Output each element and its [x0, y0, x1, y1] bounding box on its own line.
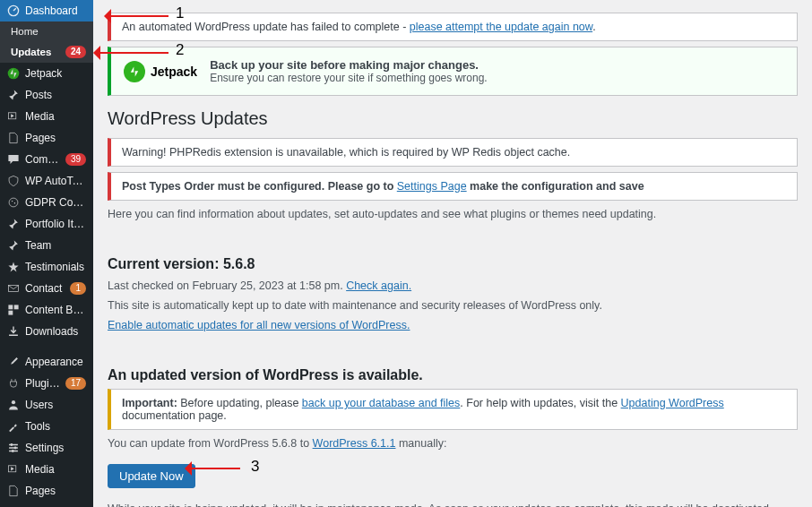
sidebar-item-team[interactable]: Team — [0, 235, 93, 256]
annotation-3: 3 — [251, 458, 259, 476]
sidebar-item-label: Tools — [25, 420, 86, 433]
jetpack-icon — [7, 67, 20, 80]
sidebar-item-label: Comments — [25, 153, 60, 166]
updating-wp-link[interactable]: Updating WordPress — [621, 397, 724, 409]
wrench-icon — [7, 420, 20, 433]
svg-point-12 — [14, 447, 17, 450]
svg-rect-9 — [8, 311, 13, 315]
sidebar-item-label: Downloads — [25, 325, 86, 338]
sidebar-item-content-blocks[interactable]: Content Blocks — [0, 299, 93, 321]
svg-point-10 — [12, 400, 15, 404]
brush-icon — [7, 356, 20, 368]
download-icon — [7, 325, 20, 338]
sidebar-item-plugins[interactable]: Plugins17 — [0, 373, 93, 394]
mail-icon — [7, 282, 20, 295]
maintenance-text: While your site is being updated, it wil… — [108, 503, 798, 507]
sidebar-item-label: Media — [25, 110, 86, 123]
svg-point-3 — [9, 198, 18, 207]
sidebar-item-tools[interactable]: Tools — [0, 416, 93, 437]
svg-point-1 — [8, 68, 20, 80]
plug-icon — [7, 377, 20, 390]
pin-icon — [7, 218, 20, 230]
updates-badge: 24 — [65, 46, 86, 58]
notice-update-failed: An automated WordPress update has failed… — [108, 13, 798, 41]
sidebar-item-label: Portfolio Items — [25, 218, 86, 230]
svg-rect-8 — [14, 305, 19, 309]
jetpack-brand: Jetpack — [151, 64, 197, 79]
sidebar-item-label: Testimonials — [25, 261, 86, 273]
count-badge: 17 — [65, 377, 86, 390]
update-again-link[interactable]: please attempt the update again now — [410, 21, 592, 33]
sidebar-item-label: Appearance — [25, 356, 86, 368]
sidebar-item-pages[interactable]: Pages — [0, 480, 93, 502]
media-icon — [7, 110, 20, 123]
sidebar-item-gdpr-cookie-consent[interactable]: GDPR Cookie Consent — [0, 192, 93, 213]
last-checked-text: Last checked on February 25, 2023 at 1:5… — [108, 279, 798, 292]
jetpack-subtitle: Ensure you can restore your site if some… — [210, 72, 488, 84]
sidebar-item-jetpack[interactable]: Jetpack — [0, 63, 93, 84]
sidebar-item-media[interactable]: Media — [0, 106, 93, 127]
dashboard-icon — [7, 4, 20, 17]
sidebar-item-contact[interactable]: Contact1 — [0, 278, 93, 299]
sidebar-subitem-updates[interactable]: Updates 24 — [0, 41, 93, 63]
svg-point-11 — [11, 443, 13, 446]
sidebar-item-label: Media — [25, 463, 86, 476]
sidebar-item-media[interactable]: Media — [0, 459, 93, 480]
jetpack-title: Back up your site before making major ch… — [210, 58, 488, 72]
intro-text: Here you can find information about upda… — [108, 208, 798, 220]
sidebar-item-users[interactable]: Users — [0, 394, 93, 416]
wp-version-link[interactable]: WordPress 6.1.1 — [313, 437, 396, 450]
notice-phpredis: Warning! PHPRedis extension is unavailab… — [108, 138, 798, 167]
sidebar-item-label: GDPR Cookie Consent — [25, 196, 86, 209]
pin-icon — [7, 89, 20, 101]
sidebar-item-dashboard[interactable]: Dashboard — [0, 0, 93, 21]
sidebar-item-label: WP AutoTerms — [25, 175, 86, 187]
cookie-icon — [7, 196, 20, 209]
sidebar-item-label: Content Blocks — [25, 304, 86, 316]
update-available-heading: An updated version of WordPress is avail… — [108, 367, 798, 383]
comment-icon — [7, 153, 20, 166]
svg-rect-7 — [8, 305, 13, 309]
sidebar-item-appearance[interactable]: Appearance — [0, 351, 93, 373]
sidebar-subitem-home[interactable]: Home — [0, 21, 93, 41]
media-icon — [7, 463, 20, 476]
shield-icon — [7, 175, 20, 187]
sidebar-item-pages[interactable]: Pages — [0, 127, 93, 149]
sidebar-item-wp-autoterms[interactable]: WP AutoTerms — [0, 170, 93, 192]
sidebar-item-label: Pages — [25, 132, 86, 144]
sidebar-item-label: Pages — [25, 485, 86, 497]
notice-post-types-order: Post Types Order must be configured. Ple… — [108, 172, 798, 201]
admin-sidebar: Dashboard Home Updates 24 JetpackPostsMe… — [0, 0, 93, 507]
page-icon — [7, 485, 20, 497]
sidebar-item-label: Contact — [25, 282, 65, 295]
svg-point-5 — [14, 202, 15, 203]
sidebar-item-label: Posts — [25, 89, 86, 101]
sidebar-item-downloads[interactable]: Downloads — [0, 321, 93, 342]
sliders-icon — [7, 442, 20, 454]
check-again-link[interactable]: Check again. — [346, 279, 411, 292]
sidebar-item-settings[interactable]: Settings — [0, 437, 93, 459]
page-title: WordPress Updates — [108, 108, 798, 129]
backup-link[interactable]: back up your database and files — [302, 397, 461, 409]
sidebar-item-posts[interactable]: Posts — [0, 84, 93, 106]
update-from-text: You can update from WordPress 5.6.8 to W… — [108, 437, 798, 450]
count-badge: 1 — [70, 282, 86, 295]
sidebar-item-label: Team — [25, 239, 86, 252]
update-now-button[interactable]: Update Now — [108, 464, 195, 488]
notice-important: Important: Before updating, please back … — [108, 389, 798, 430]
sidebar-item-portfolio-items[interactable]: Portfolio Items — [0, 213, 93, 235]
page-icon — [7, 132, 20, 144]
sidebar-item-testimonials[interactable]: Testimonials — [0, 256, 93, 278]
sidebar-item-label: Settings — [25, 442, 86, 454]
auto-update-text: This site is automatically kept up to da… — [108, 299, 798, 312]
star-icon — [7, 261, 20, 273]
main-content: 1 2 An automated WordPress update has fa… — [93, 0, 812, 507]
sidebar-item-label: Users — [25, 399, 86, 411]
blocks-icon — [7, 304, 20, 316]
count-badge: 39 — [65, 153, 86, 166]
settings-page-link[interactable]: Settings Page — [397, 180, 467, 193]
enable-auto-link[interactable]: Enable automatic updates for all new ver… — [108, 319, 410, 331]
current-version-heading: Current version: 5.6.8 — [108, 256, 798, 272]
sidebar-item-label: Jetpack — [25, 67, 86, 80]
sidebar-item-comments[interactable]: Comments39 — [0, 149, 93, 170]
